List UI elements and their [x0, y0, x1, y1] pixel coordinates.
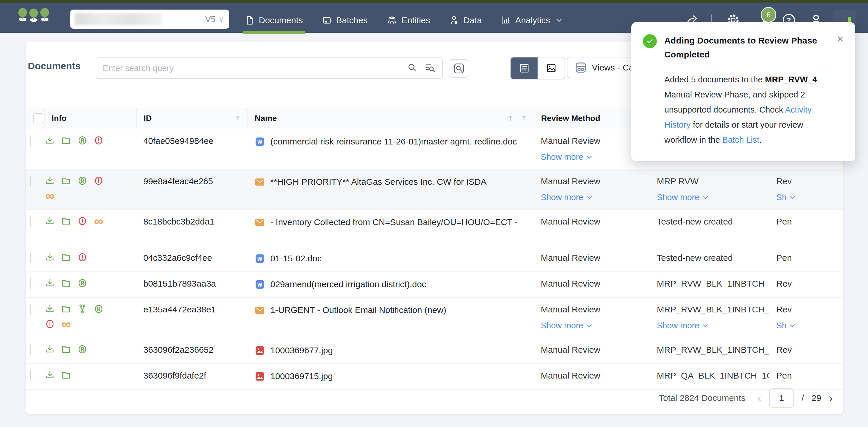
batch-name-value: MRP_RVW_BLK_1INBTCH_1OUTBTCH_1N...	[657, 345, 769, 355]
folder-icon[interactable]	[61, 303, 72, 314]
document-id: 363096f9fdafe2f	[143, 371, 206, 380]
folder-icon[interactable]	[61, 370, 72, 380]
infinity-icon: ∞	[93, 216, 104, 226]
header-name[interactable]: Name	[247, 108, 534, 128]
download-icon[interactable]	[44, 344, 55, 355]
document-name[interactable]: - Inventory Collected from CN=Susan Bail…	[270, 217, 518, 228]
filter-icon[interactable]	[234, 115, 241, 122]
infinity-icon: ∞	[44, 190, 55, 201]
branch-icon	[77, 303, 88, 314]
word-file-icon: W	[254, 136, 265, 149]
page-title: Documents	[28, 61, 81, 72]
close-icon[interactable]: ×	[833, 34, 844, 44]
folder-icon[interactable]	[61, 278, 72, 288]
row-checkbox[interactable]	[30, 370, 31, 380]
document-name[interactable]: 01-15-02.doc	[270, 253, 322, 264]
registered-icon	[77, 278, 88, 288]
folder-icon[interactable]	[61, 135, 72, 146]
row-checkbox[interactable]	[30, 278, 31, 288]
document-name[interactable]: (commercial risk reinsurance 11-26-01)ma…	[270, 136, 517, 147]
svg-text:W: W	[257, 282, 262, 288]
review-method-value: Manual Review	[541, 305, 650, 314]
batch-name-value: MRP RVW	[657, 176, 769, 186]
app-root: V5 ∨ Documents Batches	[0, 0, 868, 427]
document-id: 8c18bcbc3b2dda1	[143, 217, 214, 226]
document-name[interactable]: 1000369715.jpg	[270, 371, 333, 382]
status-value: Pen	[776, 253, 843, 263]
document-name[interactable]: **HIGH PRIORITY** AltaGas Services Inc. …	[270, 176, 487, 187]
row-checkbox[interactable]	[30, 252, 31, 263]
row-checkbox[interactable]	[30, 344, 31, 355]
table-row[interactable]: ∞ 8c18bcbc3b2dda1 - Inventory Collected …	[26, 210, 843, 246]
table-row[interactable]: 04c332a6c9cf4ee W 01-15-02.doc Manual Re…	[26, 246, 843, 272]
folder-icon[interactable]	[61, 252, 72, 263]
search-placeholder: Enter search query	[103, 64, 407, 73]
view-mode-toggle	[510, 57, 565, 80]
infinity-icon: ∞	[61, 318, 72, 330]
search-icon[interactable]	[407, 62, 418, 74]
info-icons	[44, 364, 108, 380]
download-icon[interactable]	[44, 252, 55, 263]
document-name[interactable]: 029amend(merced irrigation district).doc	[270, 279, 426, 290]
folder-icon[interactable]	[61, 216, 72, 226]
review-method-value: Manual Review	[541, 176, 650, 186]
table-body: 40fae05e94984ee W (commercial risk reins…	[26, 129, 843, 390]
svg-text:W: W	[257, 256, 262, 262]
info-icons: ∞	[44, 210, 108, 226]
thumbnail-view-button[interactable]	[537, 57, 564, 79]
document-id: 40fae05e94984ee	[143, 136, 214, 146]
table-row[interactable]: ∞ e135a4472ea38e1 1-URGENT - Outlook Ema…	[26, 298, 843, 338]
show-more-link[interactable]: Show more	[541, 193, 650, 202]
show-more-link[interactable]: Show more	[657, 193, 769, 202]
download-icon[interactable]	[44, 370, 55, 380]
registered-icon	[77, 344, 88, 355]
row-checkbox[interactable]	[30, 216, 31, 226]
table-row[interactable]: 363096f2a236652 1000369677.jpg Manual Re…	[26, 338, 843, 364]
row-checkbox[interactable]	[30, 135, 31, 146]
header-id[interactable]: ID	[136, 108, 247, 128]
row-checkbox[interactable]	[30, 176, 31, 186]
success-check-icon	[643, 34, 657, 48]
show-more-link[interactable]: Show more	[541, 321, 650, 330]
total-pages-label: 29	[811, 393, 821, 403]
folder-icon[interactable]	[61, 344, 72, 355]
toast-body: Added 5 documents to the MRP_RVW_4 Manua…	[664, 72, 832, 147]
table-row[interactable]: b08151b7893aa3a W 029amend(merced irriga…	[26, 272, 843, 298]
alert-icon	[77, 252, 88, 263]
sort-ascending-icon[interactable]	[506, 115, 514, 122]
download-icon[interactable]	[44, 303, 55, 314]
document-name[interactable]: 1000369677.jpg	[270, 345, 333, 356]
download-icon[interactable]	[44, 175, 55, 186]
image-file-icon	[254, 345, 265, 358]
info-icons	[44, 129, 108, 146]
current-page-input[interactable]: 1	[769, 389, 794, 407]
query-builder-icon[interactable]	[424, 62, 436, 74]
document-name[interactable]: 1-URGENT - Outlook Email Notification (n…	[270, 305, 446, 315]
show-more-link[interactable]: Show more	[657, 321, 769, 330]
status-value: Rev	[776, 345, 843, 355]
download-icon[interactable]	[44, 278, 55, 288]
show-more-link-clipped[interactable]: Sh	[776, 193, 843, 202]
table-row[interactable]: 363096f9fdafe2f 1000369715.jpg Manual Re…	[26, 364, 843, 390]
word-file-icon: W	[254, 253, 265, 266]
table-row[interactable]: ∞ 99e8a4feac4e265 **HIGH PRIORITY** Alta…	[26, 170, 843, 210]
download-icon[interactable]	[44, 216, 55, 226]
list-view-button[interactable]	[510, 57, 537, 79]
advanced-search-button[interactable]	[450, 59, 468, 78]
toast-link[interactable]: Batch List	[722, 135, 759, 145]
next-page-icon[interactable]: ›	[829, 392, 833, 404]
search-input[interactable]: Enter search query	[96, 57, 443, 79]
previous-page-icon[interactable]: ‹	[758, 392, 762, 404]
folder-icon[interactable]	[61, 175, 72, 186]
download-icon[interactable]	[44, 135, 55, 146]
registered-icon	[77, 175, 88, 186]
row-checkbox[interactable]	[30, 304, 31, 314]
header-select-all[interactable]	[26, 108, 44, 128]
select-all-checkbox[interactable]	[33, 113, 43, 123]
document-id: 04c332a6c9cf4ee	[143, 253, 212, 263]
top-accent-strip	[0, 0, 868, 3]
batch-name-value: MRP_QA_BLK_1INBTCH_1OUTBTCH_1NO...	[657, 371, 769, 380]
filter-icon[interactable]	[521, 115, 527, 122]
show-more-link-clipped[interactable]: Sh	[776, 321, 843, 330]
batch-name-value: MRP_RVW_BLK_1INBTCH_1OUTBTCH_1N...	[657, 279, 769, 288]
